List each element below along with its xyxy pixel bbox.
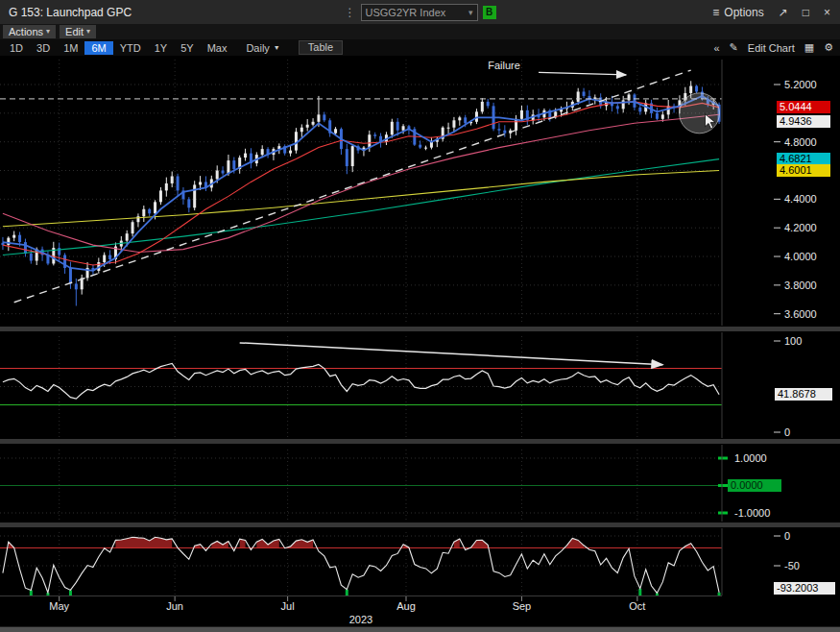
highlight-circle — [680, 93, 720, 134]
titlebar-controls: ≡ Options ↗ □ × — [712, 6, 830, 19]
options-menu[interactable]: ≡ Options — [712, 6, 763, 19]
range-button-3d[interactable]: 3D — [30, 41, 57, 55]
table-button[interactable]: Table — [299, 40, 343, 55]
range-button-6m[interactable]: 6M — [84, 41, 112, 55]
chevron-down-icon: ▾ — [86, 25, 90, 38]
period-dropdown[interactable]: Daily ▼ — [239, 41, 286, 55]
price-axis-label: 5.2000 — [784, 79, 817, 90]
candlesticks — [1, 81, 720, 305]
popout-icon[interactable]: ↗ — [779, 6, 788, 19]
signal-value-badge: 0.0000 — [728, 479, 781, 492]
month-label: May — [49, 600, 69, 612]
caret-down-icon: ▼ — [274, 44, 280, 51]
chevrons-left-icon[interactable]: « — [713, 42, 719, 54]
month-label: Jun — [166, 600, 183, 612]
signal-axis-mark — [718, 457, 728, 460]
signal-axis-mark — [718, 512, 728, 515]
month-label: Aug — [396, 600, 416, 612]
signal-axis-label: 1.0000 — [734, 452, 767, 464]
failure-label: Failure — [488, 60, 520, 71]
edit-chart-button[interactable]: Edit Chart — [748, 42, 795, 54]
panel-splitter[interactable] — [0, 326, 840, 332]
chart-canvas[interactable]: Failure5.20004.80004.40004.20004.00003.8… — [0, 0, 840, 632]
rsi-axis-label: 100 — [784, 335, 802, 347]
panel-splitter[interactable] — [0, 522, 840, 528]
signal-axis-label: -1.0000 — [734, 507, 770, 519]
kebab-icon[interactable]: ⋮ — [345, 6, 356, 19]
rsi-trend-arrow — [240, 343, 663, 365]
signal-axis-mark — [718, 484, 728, 487]
wlpr-signal-bar — [718, 593, 721, 596]
options-label: Options — [724, 6, 763, 19]
ma-yellow-value-badge: 4.6001 — [777, 164, 830, 177]
wlpr-signal-bar — [69, 590, 72, 596]
panel-splitter[interactable] — [0, 438, 840, 445]
toolbar-right: « ✎ Edit Chart ▦ ⚙ — [713, 41, 833, 54]
price-axis-label: 4.4000 — [784, 193, 817, 205]
rsi-axis-label: 0 — [784, 426, 790, 438]
range-button-ytd[interactable]: YTD — [113, 41, 148, 55]
gear-icon[interactable]: ⚙ — [824, 41, 833, 54]
month-label: Jul — [281, 600, 295, 612]
chart-toolbar: 1D3D1M6MYTD1Y5YMax Daily ▼ Table « ✎ Edi… — [0, 39, 840, 56]
price-axis-label: 3.8000 — [784, 280, 817, 291]
window-bottom-edge — [0, 626, 840, 632]
launchpad-link-badge[interactable]: B — [483, 6, 496, 19]
range-button-5y[interactable]: 5Y — [174, 41, 200, 55]
chevron-down-icon: ▾ — [46, 25, 50, 38]
year-label: 2023 — [338, 614, 384, 625]
window-title: G 153: Launchpad GPC — [9, 6, 132, 19]
rsi-value-badge: 41.8678 — [775, 388, 832, 401]
wlpr-signal-bar — [346, 590, 348, 596]
range-button-1m[interactable]: 1M — [57, 41, 84, 55]
range-button-1y[interactable]: 1Y — [148, 41, 174, 55]
month-label: Sep — [513, 600, 532, 612]
wlpr-line — [3, 537, 719, 593]
price-axis-label: 3.6000 — [784, 308, 817, 320]
wlpr-signal-bar — [30, 590, 33, 596]
period-label: Daily — [246, 42, 269, 54]
trendline-dashed — [14, 70, 691, 303]
close-icon[interactable]: × — [824, 6, 830, 19]
security-input[interactable]: USGG2YR Index ▾ — [361, 4, 478, 21]
hamburger-icon: ≡ — [712, 6, 719, 19]
last-price-badge: 4.9436 — [777, 115, 830, 128]
maximize-icon[interactable]: □ — [803, 6, 809, 19]
wlpr-value-badge: -93.2003 — [774, 582, 835, 595]
month-label: Oct — [629, 600, 645, 612]
ma-red-value-badge: 5.0444 — [777, 101, 830, 113]
actions-label: Actions — [9, 25, 43, 38]
chart-grid-icon[interactable]: ▦ — [804, 41, 814, 54]
security-selector: ⋮ USGG2YR Index ▾ B — [345, 4, 496, 21]
edit-menu-button[interactable]: Edit ▾ — [60, 25, 96, 38]
price-axis-label: 4.2000 — [784, 222, 817, 233]
overlay-smavg-yellow — [3, 171, 719, 227]
wlpr-axis-label: 0 — [784, 530, 790, 542]
menu-bar: Actions ▾ Edit ▾ — [0, 24, 840, 39]
security-value: USGG2YR Index — [366, 7, 446, 18]
actions-menu-button[interactable]: Actions ▾ — [3, 25, 56, 38]
failure-arrow — [539, 72, 626, 75]
price-axis-label: 4.8000 — [784, 136, 817, 148]
chevron-down-icon[interactable]: ▾ — [468, 8, 473, 17]
edit-label: Edit — [65, 25, 84, 38]
range-button-1d[interactable]: 1D — [3, 41, 30, 55]
price-axis-label: 4.0000 — [784, 251, 817, 262]
range-button-max[interactable]: Max — [201, 41, 234, 55]
overlay-smavg-teal — [3, 159, 719, 255]
wlpr-axis-label: -50 — [784, 560, 800, 571]
pencil-icon[interactable]: ✎ — [730, 41, 738, 54]
title-bar: G 153: Launchpad GPC ⋮ USGG2YR Index ▾ B… — [0, 0, 840, 24]
range-buttons: 1D3D1M6MYTD1Y5YMax — [3, 41, 233, 55]
